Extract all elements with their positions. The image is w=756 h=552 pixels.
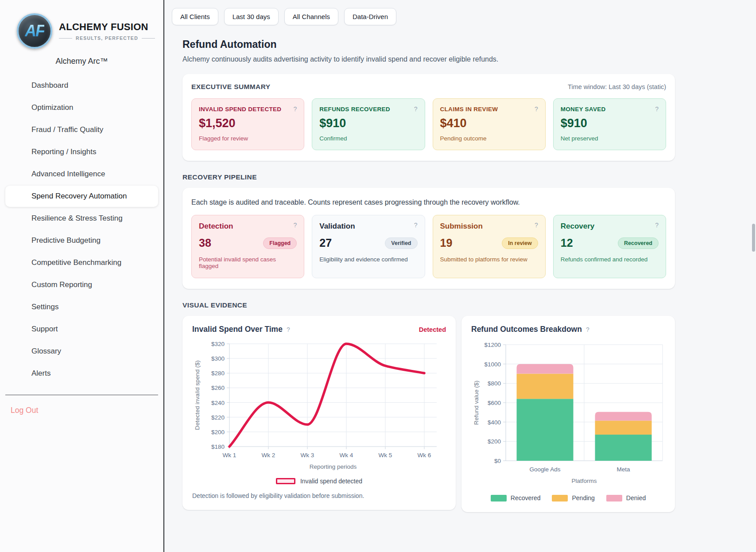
x-tick-label: Meta xyxy=(616,466,630,473)
sidebar-item-settings[interactable]: Settings xyxy=(5,296,158,318)
x-tick-label: Wk 2 xyxy=(262,452,275,459)
filter-last-30-days[interactable]: Last 30 days xyxy=(224,8,279,25)
sidebar-item-fraud-traffic-quality[interactable]: Fraud / Traffic Quality xyxy=(5,119,158,140)
sidebar-nav: DashboardOptimizationFraud / Traffic Qua… xyxy=(0,75,163,384)
legend-swatch-recovered xyxy=(491,495,507,501)
logout-button[interactable]: Log Out xyxy=(11,406,163,415)
sidebar-item-support[interactable]: Support xyxy=(5,319,158,340)
y-tick-label: $400 xyxy=(488,419,501,426)
sidebar-item-spend-recovery-automation[interactable]: Spend Recovery Automation xyxy=(5,186,158,207)
logo-title: ALCHEMY FUSION xyxy=(59,21,155,33)
x-tick-label: Wk 5 xyxy=(379,452,392,459)
legend-label-pending: Pending xyxy=(572,494,594,501)
recovery-pipeline-card: Each stage is audited and traceable. Cou… xyxy=(182,188,675,289)
sidebar-item-predictive-budgeting[interactable]: Predictive Budgeting xyxy=(5,230,158,251)
sidebar-item-resilience-stress-testing[interactable]: Resilience & Stress Testing xyxy=(5,208,158,229)
sidebar-item-reporting-insights[interactable]: Reporting / Insights xyxy=(5,141,158,163)
executive-summary-heading: EXECUTIVE SUMMARY xyxy=(191,83,270,91)
invalid-spend-line-chart: $180$200$220$240$260$280$300$320Wk 1Wk 2… xyxy=(192,339,446,472)
invalid-spend-chart-card: Invalid Spend Over Time ? Detected $180$… xyxy=(182,316,456,510)
help-icon[interactable]: ? xyxy=(535,106,538,112)
y-tick-label: $220 xyxy=(211,414,225,421)
stat-caption: Pending outcome xyxy=(440,135,538,142)
line-chart-title: Invalid Spend Over Time xyxy=(192,325,283,334)
stat-card-invalid-spend-detected: INVALID SPEND DETECTED?$1,520Flagged for… xyxy=(191,98,304,150)
stat-label-row: INVALID SPEND DETECTED? xyxy=(199,106,297,113)
y-tick-label: $0 xyxy=(494,458,501,464)
help-icon[interactable]: ? xyxy=(535,222,538,228)
help-icon[interactable]: ? xyxy=(586,327,589,333)
logo: AF ALCHEMY FUSION RESULTS, PERFECTED xyxy=(0,13,163,49)
line-chart-legend: Invalid spend detected xyxy=(192,478,446,485)
logo-tagline: RESULTS, PERFECTED xyxy=(59,35,155,41)
filter-all-channels[interactable]: All Channels xyxy=(284,8,338,25)
line-chart-footnote: Detection is followed by eligibility val… xyxy=(192,492,446,499)
sidebar-item-advanced-intelligence[interactable]: Advanced Intelligence xyxy=(5,163,158,185)
y-tick-label: $280 xyxy=(211,370,225,377)
charts-row: Invalid Spend Over Time ? Detected $180$… xyxy=(182,316,675,512)
stage-badge-verified: Verified xyxy=(385,237,417,249)
y-tick-label: $180 xyxy=(211,443,225,450)
y-tick-label: $200 xyxy=(211,429,225,435)
stage-count: 19 xyxy=(440,237,453,249)
stage-card-validation: Validation?27VerifiedEligibility and evi… xyxy=(312,215,425,278)
stage-count: 27 xyxy=(319,237,332,249)
legend-swatch-invalid-spend xyxy=(276,478,295,484)
stage-count-row: 38Flagged xyxy=(199,237,297,249)
legend-denied: Denied xyxy=(606,494,646,501)
filter-all-clients[interactable]: All Clients xyxy=(172,8,218,25)
refund-outcomes-chart-card: Refund Outcomes Breakdown ? $0$200$400$6… xyxy=(461,316,675,512)
y-tick-label: $600 xyxy=(488,400,501,406)
logo-badge-initials: AF xyxy=(25,22,44,40)
help-icon[interactable]: ? xyxy=(655,106,659,112)
help-icon[interactable]: ? xyxy=(414,222,418,228)
stage-caption: Eligibility and evidence confirmed xyxy=(319,256,417,263)
y-tick-label: $800 xyxy=(488,380,501,387)
stat-label-row: MONEY SAVED? xyxy=(561,106,659,113)
stat-value: $910 xyxy=(561,117,659,130)
sidebar-item-glossary[interactable]: Glossary xyxy=(5,341,158,362)
x-tick-label: Wk 4 xyxy=(340,452,353,459)
legend-swatch-denied xyxy=(606,495,622,501)
stat-caption: Flagged for review xyxy=(199,135,297,142)
visual-evidence-heading: VISUAL EVIDENCE xyxy=(182,301,675,309)
x-tick-label: Wk 1 xyxy=(223,452,236,459)
filter-bar: All ClientsLast 30 daysAll ChannelsData-… xyxy=(172,8,675,25)
invalid-spend-series-line xyxy=(229,344,424,447)
stage-count: 38 xyxy=(199,237,211,249)
refund-outcomes-bar-chart: $0$200$400$600$800$1000$1200Google AdsMe… xyxy=(471,339,665,488)
x-axis-label: Reporting periods xyxy=(310,463,357,470)
legend-swatch-pending xyxy=(552,495,568,501)
sidebar-item-optimization[interactable]: Optimization xyxy=(5,97,158,118)
alchemy-fusion-logo-badge: AF xyxy=(17,13,52,49)
stat-card-claims-in-review: CLAIMS IN REVIEW?$410Pending outcome xyxy=(433,98,546,150)
sidebar-item-custom-reporting[interactable]: Custom Reporting xyxy=(5,274,158,295)
y-tick-label: $200 xyxy=(488,438,501,445)
y-tick-label: $1000 xyxy=(484,361,501,368)
filter-data-driven[interactable]: Data-Driven xyxy=(344,8,396,25)
stat-label: MONEY SAVED xyxy=(561,106,606,113)
x-tick-label: Google Ads xyxy=(530,466,561,473)
help-icon[interactable]: ? xyxy=(414,106,418,112)
stage-title-row: Recovery? xyxy=(561,222,659,231)
stage-card-detection: Detection?38FlaggedPotential invalid spe… xyxy=(191,215,304,278)
y-axis-label: Refund value ($) xyxy=(473,381,480,425)
x-tick-label: Wk 6 xyxy=(418,452,431,459)
help-icon[interactable]: ? xyxy=(293,106,297,112)
bar-chart-title: Refund Outcomes Breakdown xyxy=(471,325,582,334)
sidebar-item-dashboard[interactable]: Dashboard xyxy=(5,75,158,96)
sidebar-item-competitive-benchmarking[interactable]: Competitive Benchmarking xyxy=(5,252,158,273)
help-icon[interactable]: ? xyxy=(287,327,290,333)
stage-badge-recovered: Recovered xyxy=(618,237,659,249)
stat-card-money-saved: MONEY SAVED?$910Net preserved xyxy=(553,98,666,150)
sidebar-item-alerts[interactable]: Alerts xyxy=(5,363,158,384)
page-subtitle: Alchemy continuously audits advertising … xyxy=(182,55,675,63)
x-axis-label: Platforms xyxy=(571,478,597,484)
stage-caption: Refunds confirmed and recorded xyxy=(561,256,659,263)
vertical-scrollbar[interactable] xyxy=(752,224,755,252)
help-icon[interactable]: ? xyxy=(655,222,659,228)
tagline-line xyxy=(59,38,72,39)
stage-card-grid: Detection?38FlaggedPotential invalid spe… xyxy=(191,215,666,278)
help-icon[interactable]: ? xyxy=(293,222,297,228)
stage-title-row: Submission? xyxy=(440,222,538,231)
